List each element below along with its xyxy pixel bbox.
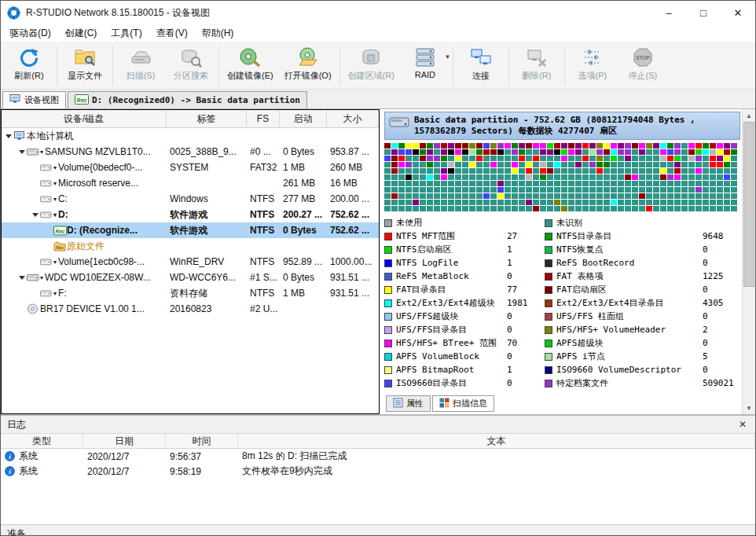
volume-icon (40, 288, 53, 299)
close-button[interactable]: ✕ (721, 1, 755, 24)
device-tree-panel: 设备/磁盘标签FS启动大小 本地计算机▾SAMSUNG MZVLB1T0...0… (1, 109, 380, 414)
right-panel-scrollbar[interactable]: ▲ ▼ (742, 109, 755, 414)
tree-row[interactable]: ▾C:WindowsNTFS277 MB200.00 ... (2, 191, 379, 207)
tree-row[interactable]: ▾Microsoft reserve...261 MB16 MB (2, 175, 379, 191)
legend-count: 0 (703, 311, 740, 321)
menu-create[interactable]: 创建(C) (58, 25, 105, 42)
scan-block (695, 149, 702, 155)
tree-cell-start (280, 301, 327, 317)
legend-swatch (545, 219, 552, 227)
create-image-button[interactable]: 创建镜像(E) (222, 43, 279, 89)
scan-block (519, 168, 525, 174)
tree-row[interactable]: ▾Volume{1ecb0c98-...WinRE_DRVNTFS952.89 … (2, 254, 379, 270)
tree-cell-size (327, 128, 379, 144)
device-menu-arrow-icon[interactable]: ▾ (53, 290, 57, 297)
log-row[interactable]: i系统2020/12/79:56:378m 12s 的 D: 扫描已完成 (1, 449, 755, 464)
scan-block (398, 168, 405, 174)
device-view-icon (9, 94, 21, 107)
tab-scan-info[interactable]: 扫描信息 (432, 395, 494, 412)
open-image-button[interactable]: 打开镜像(O) (279, 43, 337, 89)
expander-icon[interactable] (4, 134, 13, 138)
log-header-date[interactable]: 日期 (83, 434, 166, 448)
tree-header-name[interactable]: 设备/磁盘 (2, 110, 167, 127)
tree-row[interactable]: ▾Volume{0bedecf0-...SYSTEMFAT321 MB260 M… (2, 160, 379, 175)
scan-block (448, 156, 454, 161)
refresh-button[interactable]: 刷新(R) (4, 43, 54, 89)
menu-drive[interactable]: 驱动器(D) (2, 25, 58, 42)
log-row[interactable]: i系统2020/12/79:58:19文件枚举在9秒内完成 (1, 464, 755, 479)
device-menu-arrow-icon[interactable]: ▾ (53, 211, 57, 218)
tree-header-fs[interactable]: FS (247, 110, 280, 127)
tree-row[interactable]: ▾D:软件游戏NTFS200.27 ...752.62 ... (2, 207, 379, 222)
scan-block (505, 181, 511, 186)
tree-header-size[interactable]: 大小 (327, 110, 379, 127)
scan-block (695, 156, 702, 161)
tree-row[interactable]: ▾F:资料存储NTFS1 MB931.51 ... (2, 285, 379, 301)
tree-row[interactable]: RecD: (Recognize...软件游戏NTFS0 Bytes752.62… (2, 222, 379, 238)
scan-block (568, 143, 574, 149)
scan-block (618, 168, 624, 174)
scan-block (717, 200, 723, 205)
legend-item: ReFS MetaBlock0 (384, 270, 545, 283)
scan-block (434, 193, 440, 199)
menu-view[interactable]: 查看(V) (149, 25, 195, 42)
scan-block (568, 193, 574, 199)
show-files-button[interactable]: 显示文件 (60, 43, 110, 89)
log-close-icon[interactable]: ✕ (736, 419, 749, 430)
scrollbar-track[interactable] (743, 287, 755, 402)
tree-column-header[interactable]: 设备/磁盘标签FS启动大小 (2, 110, 379, 128)
device-name: Microsoft reserve... (58, 178, 138, 189)
log-header-type[interactable]: 类型 (1, 434, 83, 448)
tab-recognized-partition[interactable]: RecD: (Recognized0) -> Basic data partit… (68, 91, 307, 108)
tab-device-view[interactable]: 设备视图 (2, 91, 66, 108)
log-column-header[interactable]: 类型日期时间文本 (1, 434, 755, 449)
expander-icon[interactable] (31, 213, 40, 217)
scan-block (448, 174, 454, 180)
scan-block (688, 143, 695, 149)
device-menu-arrow-icon[interactable]: ▾ (40, 149, 43, 156)
scroll-up-icon[interactable]: ▲ (743, 109, 755, 122)
menu-help[interactable]: 帮助(H) (195, 25, 241, 42)
scan-block (427, 162, 433, 167)
log-header-time[interactable]: 时间 (166, 434, 238, 448)
scan-block (695, 168, 702, 174)
tab-properties[interactable]: 属性 (386, 395, 431, 412)
maximize-button[interactable]: □ (686, 1, 721, 24)
scan-block (384, 143, 391, 149)
tree-row[interactable]: ▾SAMSUNG MZVLB1T0...0025_388B_9...#0 ...… (2, 144, 379, 160)
tree-row[interactable]: 本地计算机 (2, 128, 379, 144)
device-menu-arrow-icon[interactable]: ▾ (53, 180, 57, 187)
menu-tools[interactable]: 工具(T) (104, 25, 149, 42)
toolbar-separator (564, 46, 565, 86)
scan-block (497, 168, 504, 174)
scan-block (596, 174, 603, 180)
device-menu-arrow-icon[interactable]: ▾ (53, 196, 57, 203)
connect-button[interactable]: 连接 (456, 43, 506, 89)
scan-block (434, 200, 440, 205)
scan-block (660, 168, 666, 174)
scan-block (604, 168, 610, 174)
scan-block (710, 206, 716, 211)
scrollbar-thumb[interactable] (743, 122, 754, 287)
scan-block (455, 162, 461, 167)
scan-block (724, 162, 730, 167)
expander-icon[interactable] (17, 276, 27, 280)
dropdown-arrow-icon[interactable]: ▾ (446, 53, 450, 61)
tree-row[interactable]: Rec原始文件 (2, 238, 379, 254)
device-menu-arrow-icon[interactable]: ▾ (53, 259, 57, 266)
open-image-icon (297, 46, 319, 69)
scan-block (533, 168, 539, 174)
scroll-down-icon[interactable]: ▼ (743, 402, 755, 414)
tree-row[interactable]: ▾WDC WD10EZEX-08W...WD-WCC6Y6...#1 S...0… (2, 270, 379, 285)
device-menu-arrow-icon[interactable]: ▾ (40, 274, 43, 281)
tree-header-label[interactable]: 标签 (167, 110, 247, 127)
tree-row[interactable]: BR17 DEVICE V1.00 1...20160823#2 U... (2, 301, 379, 317)
scan-block (710, 168, 716, 174)
scan-block (582, 162, 589, 167)
minimize-button[interactable]: – (651, 1, 686, 24)
expander-icon[interactable] (17, 150, 27, 154)
device-menu-arrow-icon[interactable]: ▾ (53, 164, 57, 171)
tree-header-start[interactable]: 启动 (280, 110, 327, 127)
log-header-text[interactable]: 文本 (238, 434, 755, 448)
raid-button[interactable]: ▾RAID (400, 43, 450, 89)
